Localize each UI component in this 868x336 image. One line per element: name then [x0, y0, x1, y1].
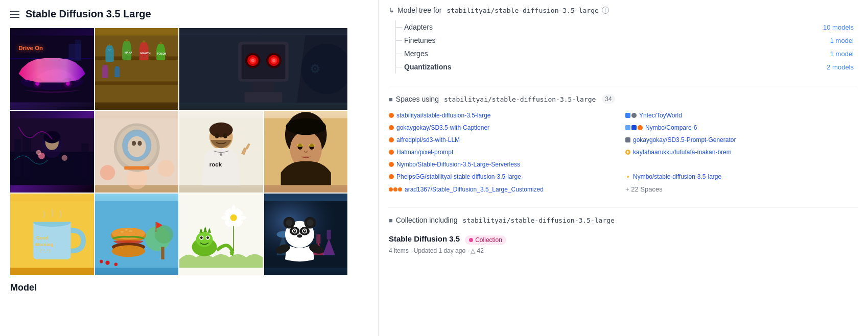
svg-point-62	[223, 133, 227, 138]
image-grid: Drive On	[10, 28, 347, 275]
space-dot-3	[389, 125, 394, 130]
collection-ref[interactable]: stabilityai/stable-diffusion-3.5-large	[463, 217, 615, 224]
svg-text:rock: rock	[209, 161, 222, 167]
tree-item-finetunes[interactable]: Finetunes 1 model	[396, 34, 858, 47]
svg-point-90	[114, 263, 118, 267]
svg-point-63	[220, 153, 222, 156]
gallery-image-11[interactable]	[264, 194, 348, 275]
tree-item-label: Merges	[404, 50, 428, 58]
gallery-image-8[interactable]: Good Morning ( ^_^ )	[10, 194, 94, 275]
space-item-6[interactable]: gokaygokay/SD3.5-Prompt-Generator	[625, 134, 858, 146]
gallery-image-4[interactable]	[10, 111, 94, 193]
svg-rect-113	[316, 234, 320, 244]
space-dots-12	[389, 187, 402, 191]
svg-point-123	[304, 230, 305, 231]
gallery-image-9[interactable]	[95, 194, 179, 275]
svg-point-55	[137, 141, 142, 146]
tree-item-count[interactable]: 1 model	[830, 37, 854, 44]
collection-card[interactable]: Stable Diffusion 3.5 Collection 4 items …	[389, 230, 858, 258]
space-item-7[interactable]: Hatman/pixel-prompt	[389, 147, 621, 158]
svg-rect-38	[81, 143, 89, 177]
svg-point-46	[100, 165, 114, 180]
tree-item-merges[interactable]: Merges 1 model	[396, 47, 858, 60]
svg-rect-31	[244, 92, 282, 103]
collection-section: ■ Collection including stabilityai/stabl…	[389, 216, 858, 258]
gallery-image-2[interactable]: MANA HEALTH POISON	[95, 28, 179, 110]
spaces-count: 34	[602, 94, 615, 104]
svg-point-126	[286, 220, 292, 226]
svg-point-29	[272, 59, 276, 62]
info-icon[interactable]: i	[602, 7, 609, 14]
svg-point-43	[36, 150, 41, 155]
divider-1	[389, 86, 858, 86]
gallery-image-6[interactable]: rock	[179, 111, 263, 193]
svg-point-61	[215, 133, 219, 138]
collection-icon: ■	[389, 217, 393, 224]
collection-likes: 42	[477, 247, 483, 254]
svg-point-98	[238, 215, 246, 220]
collection-meta: 4 items · Updated 1 day ago · △ 42	[389, 247, 858, 254]
svg-point-54	[131, 141, 135, 146]
menu-button[interactable]	[10, 11, 19, 18]
tree-item-adapters[interactable]: Adapters 10 models	[396, 20, 858, 34]
space-icons-2	[625, 113, 637, 118]
svg-point-25	[251, 59, 255, 62]
space-item-8[interactable]: ✦ kayfahaarukku/fufufafa-makan-brem	[625, 147, 858, 158]
tree-item-label: Finetunes	[404, 36, 435, 44]
page-title: Stable Diffusion 3.5 Large	[26, 8, 151, 20]
spaces-ref[interactable]: stabilityai/stable-diffusion-3.5-large	[444, 95, 596, 103]
model-tree-label: Model tree for	[397, 6, 441, 14]
gallery-image-5[interactable]	[95, 111, 179, 193]
svg-rect-114	[326, 230, 331, 239]
divider-2	[389, 207, 858, 208]
gallery-image-1[interactable]: Drive On	[10, 28, 94, 110]
tree-item-quantizations[interactable]: Quantizations 2 models	[396, 60, 858, 74]
svg-point-107	[200, 236, 203, 239]
gallery-image-3[interactable]: ⚙	[179, 28, 347, 110]
space-item-10[interactable]: PhelpsGG/stabilityai-stable-diffusion-3.…	[389, 171, 621, 182]
svg-text:( ^_^ ): ( ^_^ )	[40, 248, 51, 253]
svg-point-91	[99, 260, 103, 263]
svg-rect-36	[14, 139, 20, 177]
svg-point-71	[308, 143, 315, 147]
gallery-image-10[interactable]	[179, 194, 263, 275]
tree-item-count[interactable]: 10 models	[823, 23, 854, 31]
svg-point-59	[209, 123, 233, 137]
svg-point-47	[157, 160, 174, 177]
space-item-2[interactable]: Yntec/ToyWorld	[625, 110, 858, 121]
tree-item-count[interactable]: 2 models	[827, 63, 854, 71]
space-item-5[interactable]: alfredplpl/sd3-with-LLM	[389, 134, 621, 146]
space-item-4[interactable]: Nymbo/Compare-6	[625, 122, 858, 133]
svg-point-44	[62, 155, 67, 161]
gallery-image-7[interactable]	[264, 111, 348, 193]
more-spaces-link[interactable]: + 22 Spaces	[625, 183, 858, 195]
svg-point-120	[294, 230, 295, 231]
collection-badge: Collection	[465, 235, 506, 245]
svg-point-84	[120, 231, 124, 232]
spaces-label: Spaces using	[396, 95, 439, 103]
collection-items-count: 4 items	[389, 247, 409, 254]
tree-item-label: Adapters	[404, 23, 433, 31]
model-section-label: Model	[10, 282, 368, 293]
spaces-header: ■ Spaces using stabilityai/stable-diffus…	[389, 94, 858, 104]
space-item-9[interactable]: Nymbo/Stable-Diffusion-3.5-Large-Serverl…	[389, 159, 621, 170]
svg-point-86	[125, 229, 127, 230]
spaces-grid: stabilityai/stable-diffusion-3.5-large Y…	[389, 110, 858, 195]
collection-label: Collection including	[396, 216, 458, 224]
svg-point-89	[105, 261, 109, 265]
space-item-3[interactable]: gokaygokay/SD3.5-with-Captioner	[389, 122, 621, 133]
space-icons-4	[625, 125, 643, 130]
space-item-12[interactable]: arad1367/Stable_Diffusion_3.5_Large_Cust…	[389, 183, 621, 195]
svg-text:Drive On: Drive On	[18, 45, 43, 51]
svg-rect-56	[124, 166, 149, 170]
tree-item-count[interactable]: 1 model	[830, 50, 854, 58]
space-item-1[interactable]: stabilityai/stable-diffusion-3.5-large	[389, 110, 621, 121]
model-tree-ref[interactable]: stabilityai/stable-diffusion-3.5-large	[447, 7, 598, 14]
space-dot-7	[389, 150, 394, 155]
svg-point-5	[35, 82, 39, 86]
spaces-section: ■ Spaces using stabilityai/stable-diffus…	[389, 94, 858, 195]
svg-text:Morning: Morning	[35, 242, 53, 247]
collection-updated: Updated 1 day ago	[414, 247, 465, 254]
svg-rect-15	[95, 82, 179, 85]
space-item-11[interactable]: ✦ Nymbo/stable-diffusion-3.5-large	[625, 171, 858, 182]
